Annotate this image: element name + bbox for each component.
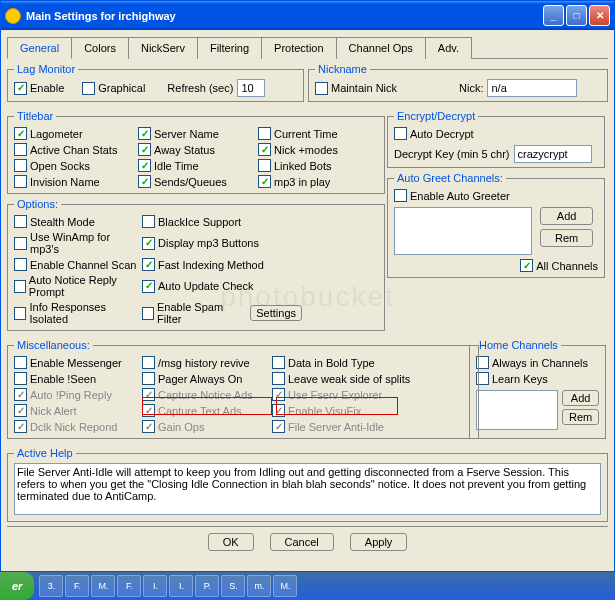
- options-legend: Options:: [14, 198, 61, 210]
- greet-legend: Auto Greet Channels:: [394, 172, 506, 184]
- apply-button[interactable]: Apply: [350, 533, 408, 551]
- active-chan-stats-checkbox[interactable]: Active Chan Stats: [14, 143, 138, 156]
- always-channels-checkbox[interactable]: Always in Channels: [476, 356, 588, 369]
- tab-filtering[interactable]: Filtering: [197, 37, 262, 59]
- enable-seen-checkbox[interactable]: Enable !Seen: [14, 372, 142, 385]
- invision-name-checkbox[interactable]: Invision Name: [14, 175, 138, 188]
- home-add-button[interactable]: Add: [562, 390, 599, 406]
- learn-keys-checkbox[interactable]: Learn Keys: [476, 372, 548, 385]
- msg-history-checkbox[interactable]: /msg history revive: [142, 356, 272, 369]
- channel-scan-checkbox[interactable]: Enable Channel Scan: [14, 258, 142, 271]
- close-button[interactable]: ✕: [589, 5, 610, 26]
- tab-general[interactable]: General: [7, 37, 72, 59]
- lagometer-checkbox[interactable]: Lagometer: [14, 127, 138, 140]
- titlebar-legend: Titlebar: [14, 110, 56, 122]
- refresh-input[interactable]: [237, 79, 265, 97]
- winamp-checkbox[interactable]: Use WinAmp for mp3's: [14, 231, 142, 255]
- app-icon: [5, 8, 21, 24]
- data-bold-checkbox[interactable]: Data in Bold Type: [272, 356, 472, 369]
- gain-ops-checkbox[interactable]: Gain Ops: [142, 420, 272, 433]
- nick-label: Nick:: [459, 82, 483, 94]
- ok-button[interactable]: OK: [208, 533, 254, 551]
- highlight-capture-notice: [142, 397, 272, 415]
- auto-ping-checkbox[interactable]: Auto !Ping Reply: [14, 388, 142, 401]
- display-mp3-checkbox[interactable]: Display mp3 Buttons: [142, 231, 302, 255]
- auto-notice-checkbox[interactable]: Auto Notice Reply Prompt: [14, 274, 142, 298]
- sends-queues-checkbox[interactable]: Sends/Queues: [138, 175, 258, 188]
- minimize-button[interactable]: _: [543, 5, 564, 26]
- dclk-nick-checkbox[interactable]: Dclk Nick Repond: [14, 420, 142, 433]
- all-channels-checkbox[interactable]: All Channels: [520, 259, 598, 272]
- auto-update-checkbox[interactable]: Auto Update Check: [142, 274, 302, 298]
- stealth-mode-checkbox[interactable]: Stealth Mode: [14, 215, 142, 228]
- fast-indexing-checkbox[interactable]: Fast Indexing Method: [142, 258, 302, 271]
- decrypt-key-input[interactable]: [514, 145, 592, 163]
- refresh-label: Refresh (sec): [167, 82, 233, 94]
- spam-filter-checkbox[interactable]: Enable Spam Filter: [142, 301, 242, 325]
- weak-side-checkbox[interactable]: Leave weak side of splits: [272, 372, 472, 385]
- current-time-checkbox[interactable]: Current Time: [258, 127, 378, 140]
- tab-protection[interactable]: Protection: [261, 37, 337, 59]
- taskbar-task[interactable]: S.: [221, 575, 245, 597]
- highlight-fserv-explorer: [276, 397, 398, 415]
- tab-channel-ops[interactable]: Channel Ops: [336, 37, 426, 59]
- taskbar-task[interactable]: M.: [273, 575, 297, 597]
- home-channels-list[interactable]: [476, 390, 558, 430]
- taskbar-task[interactable]: I.: [143, 575, 167, 597]
- nick-alert-checkbox[interactable]: Nick Alert: [14, 404, 142, 417]
- open-socks-checkbox[interactable]: Open Socks: [14, 159, 138, 172]
- taskbar-task[interactable]: P.: [195, 575, 219, 597]
- enable-messenger-checkbox[interactable]: Enable Messenger: [14, 356, 142, 369]
- lag-legend: Lag Monitor: [14, 63, 78, 75]
- nick-modes-checkbox[interactable]: Nick +modes: [258, 143, 378, 156]
- nick-input[interactable]: [487, 79, 577, 97]
- encrypt-legend: Encrypt/Decrypt: [394, 110, 478, 122]
- help-text: [14, 463, 601, 515]
- maintain-nick-checkbox[interactable]: Maintain Nick: [315, 82, 397, 95]
- enable-greeter-checkbox[interactable]: Enable Auto Greeter: [394, 189, 510, 202]
- window-title: Main Settings for irchighway: [26, 10, 176, 22]
- tab-bar: General Colors NickServ Filtering Protec…: [7, 36, 608, 59]
- taskbar-task[interactable]: m.: [247, 575, 271, 597]
- greet-channels-list[interactable]: [394, 207, 532, 255]
- blackice-checkbox[interactable]: BlackIce Support: [142, 215, 302, 228]
- taskbar-task[interactable]: M.: [91, 575, 115, 597]
- misc-legend: Miscellaneous:: [14, 339, 93, 351]
- away-status-checkbox[interactable]: Away Status: [138, 143, 258, 156]
- auto-decrypt-checkbox[interactable]: Auto Decrypt: [394, 127, 474, 140]
- taskbar-task[interactable]: F.: [65, 575, 89, 597]
- cancel-button[interactable]: Cancel: [270, 533, 334, 551]
- server-name-checkbox[interactable]: Server Name: [138, 127, 258, 140]
- taskbar-task[interactable]: 3.: [39, 575, 63, 597]
- fserver-antiidle-checkbox[interactable]: File Server Anti-Idle: [272, 420, 472, 433]
- greet-add-button[interactable]: Add: [540, 207, 593, 225]
- taskbar-task[interactable]: F.: [117, 575, 141, 597]
- tab-colors[interactable]: Colors: [71, 37, 129, 59]
- taskbar: er 3. F. M. F. I. I. P. S. m. M.: [0, 572, 615, 600]
- nickname-legend: Nickname: [315, 63, 370, 75]
- taskbar-task[interactable]: I.: [169, 575, 193, 597]
- info-responses-checkbox[interactable]: Info Responses Isolated: [14, 301, 142, 325]
- linked-bots-checkbox[interactable]: Linked Bots: [258, 159, 378, 172]
- mp3-in-play-checkbox[interactable]: mp3 in play: [258, 175, 378, 188]
- home-legend: Home Channels: [476, 339, 561, 351]
- idle-time-checkbox[interactable]: Idle Time: [138, 159, 258, 172]
- home-rem-button[interactable]: Rem: [562, 409, 599, 425]
- greet-rem-button[interactable]: Rem: [540, 229, 593, 247]
- help-legend: Active Help: [14, 447, 76, 459]
- settings-button[interactable]: Settings: [250, 305, 302, 321]
- graphical-checkbox[interactable]: Graphical: [82, 82, 145, 95]
- tab-adv[interactable]: Adv.: [425, 37, 472, 59]
- maximize-button[interactable]: □: [566, 5, 587, 26]
- pager-checkbox[interactable]: Pager Always On: [142, 372, 272, 385]
- start-button[interactable]: er: [0, 572, 34, 600]
- tab-nickserv[interactable]: NickServ: [128, 37, 198, 59]
- decrypt-key-label: Decrypt Key (min 5 chr): [394, 148, 510, 160]
- enable-lag-checkbox[interactable]: Enable: [14, 82, 64, 95]
